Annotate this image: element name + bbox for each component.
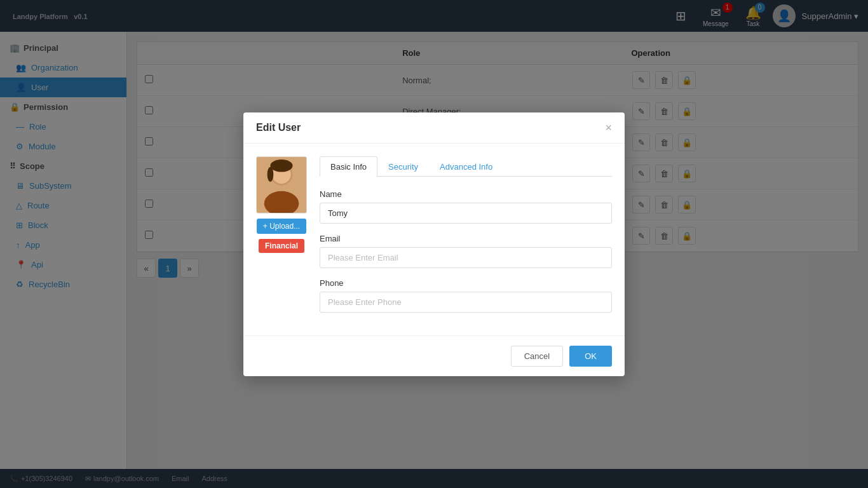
email-field-group: Email (320, 234, 612, 268)
phone-label: Phone (320, 278, 612, 288)
modal-title: Edit User (256, 122, 301, 133)
phone-input[interactable] (320, 292, 612, 313)
svg-point-5 (268, 166, 274, 181)
email-input[interactable] (320, 247, 612, 268)
modal-form: Basic Info Security Advanced Info Name E… (320, 156, 612, 323)
cancel-button[interactable]: Cancel (511, 346, 563, 367)
modal-footer: Cancel OK (243, 336, 625, 376)
tab-basic-info[interactable]: Basic Info (320, 156, 377, 177)
phone-field-group: Phone (320, 278, 612, 313)
tab-advanced-info[interactable]: Advanced Info (429, 156, 503, 177)
user-avatar (256, 156, 307, 214)
name-label: Name (320, 189, 612, 199)
modal-close-button[interactable]: × (605, 122, 612, 133)
edit-user-modal: Edit User × + Upload... (243, 112, 625, 376)
modal-header: Edit User × (243, 112, 625, 144)
svg-point-4 (270, 159, 292, 172)
tab-security[interactable]: Security (377, 156, 429, 177)
name-input[interactable] (320, 203, 612, 224)
avatar-area: + Upload... Financial (256, 156, 307, 323)
financial-badge: Financial (259, 239, 304, 253)
tab-advanced-info-label: Advanced Info (440, 162, 492, 172)
tab-basic-info-label: Basic Info (330, 162, 367, 172)
email-label: Email (320, 234, 612, 243)
upload-button[interactable]: + Upload... (257, 219, 306, 234)
modal-overlay: Edit User × + Upload... (0, 0, 868, 488)
modal-body: + Upload... Financial Basic Info Securit… (243, 144, 625, 336)
tab-bar: Basic Info Security Advanced Info (320, 156, 612, 177)
tab-security-label: Security (388, 162, 418, 172)
ok-button[interactable]: OK (569, 346, 612, 367)
name-field-group: Name (320, 189, 612, 224)
